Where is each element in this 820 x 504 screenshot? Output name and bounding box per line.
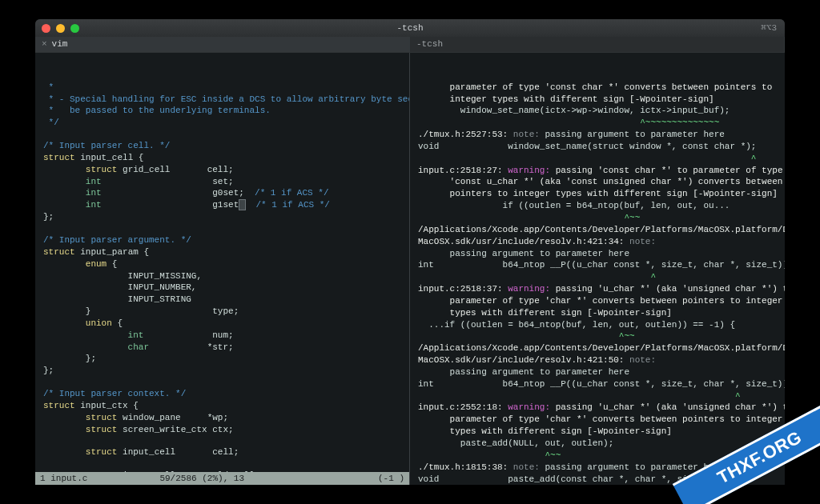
- tab-bar: × vim -tcsh: [35, 37, 785, 53]
- window-title: -tcsh: [35, 22, 785, 34]
- tab-tcsh[interactable]: -tcsh: [410, 37, 785, 52]
- shell-output: parameter of type 'const char *' convert…: [418, 82, 778, 485]
- minimize-icon[interactable]: [56, 24, 65, 33]
- tab-vim[interactable]: × vim: [35, 37, 410, 52]
- status-position: 59/2586 (2%), 13: [159, 473, 244, 485]
- editor-pane[interactable]: * * - Special handling for ESC inside a …: [35, 53, 410, 485]
- editor-buffer: * * - Special handling for ESC inside a …: [43, 82, 403, 485]
- shell-pane[interactable]: parameter of type 'const char *' convert…: [410, 53, 785, 485]
- tab-label: vim: [52, 38, 68, 50]
- tab-label: -tcsh: [416, 38, 443, 50]
- window-hotkey: ⌘⌥3: [761, 22, 777, 34]
- status-filename: 1 input.c: [40, 473, 87, 485]
- close-icon[interactable]: [42, 24, 50, 33]
- terminal-window: -tcsh ⌘⌥3 × vim -tcsh * * - Special hand…: [35, 19, 785, 485]
- split-panes: * * - Special handling for ESC inside a …: [35, 53, 785, 485]
- traffic-lights: [42, 24, 79, 33]
- status-right: (-1 ): [378, 473, 404, 485]
- zoom-icon[interactable]: [70, 24, 79, 33]
- tab-close-icon[interactable]: ×: [42, 38, 47, 50]
- vim-statusbar: 1 input.c 59/2586 (2%), 13 (-1 ): [35, 472, 409, 485]
- titlebar[interactable]: -tcsh ⌘⌥3: [35, 19, 785, 37]
